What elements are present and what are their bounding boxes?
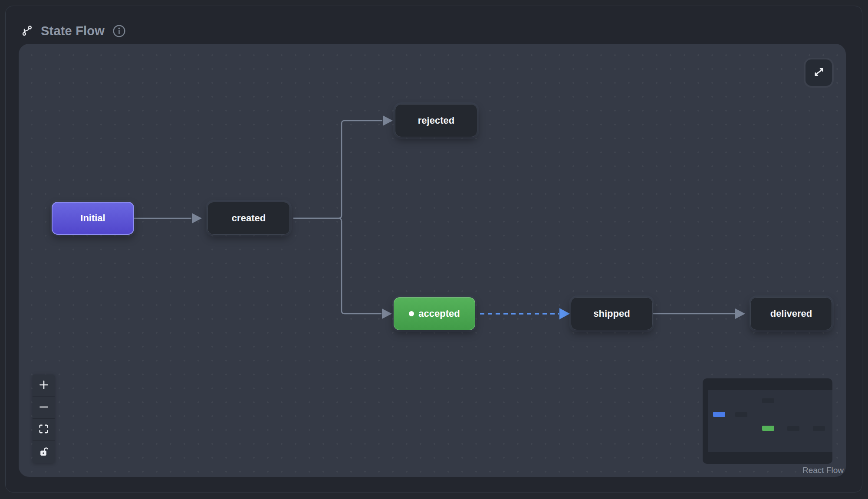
arrowhead-shipped-delivered bbox=[735, 309, 745, 319]
plus-icon bbox=[38, 379, 49, 392]
zoom-in-button[interactable] bbox=[33, 374, 55, 397]
edge-created-accepted[interactable] bbox=[293, 218, 381, 314]
expand-button[interactable] bbox=[806, 59, 832, 86]
fit-view-icon bbox=[38, 423, 49, 436]
info-icon[interactable] bbox=[112, 24, 126, 38]
node-label: Initial bbox=[80, 213, 105, 224]
zoom-out-button[interactable] bbox=[33, 397, 55, 419]
edge-created-rejected[interactable] bbox=[293, 121, 382, 218]
state-flow-card: State Flow bbox=[5, 6, 862, 492]
node-shipped[interactable]: shipped bbox=[571, 297, 653, 330]
arrowhead-initial-created bbox=[192, 213, 202, 223]
minimap-node-initial bbox=[713, 412, 725, 417]
node-accepted[interactable]: accepted bbox=[394, 297, 475, 330]
minimap-node-shipped bbox=[787, 426, 799, 431]
node-label: created bbox=[232, 213, 266, 224]
minus-icon bbox=[38, 401, 49, 414]
minimap[interactable] bbox=[703, 378, 832, 464]
arrowhead-created-accepted bbox=[382, 309, 392, 319]
minimap-node-accepted bbox=[762, 426, 774, 431]
node-label: rejected bbox=[418, 115, 454, 126]
arrowhead-created-rejected bbox=[383, 115, 393, 126]
node-label: delivered bbox=[770, 308, 812, 319]
interactivity-lock-button[interactable] bbox=[33, 441, 55, 463]
node-label: accepted bbox=[418, 308, 460, 319]
node-initial[interactable]: Initial bbox=[52, 202, 134, 235]
minimap-node-delivered bbox=[813, 426, 825, 431]
minimap-node-rejected bbox=[762, 398, 774, 403]
node-created[interactable]: created bbox=[207, 202, 290, 235]
git-branch-icon bbox=[21, 24, 33, 37]
fit-view-button[interactable] bbox=[33, 419, 55, 441]
state-flow-widget: State Flow bbox=[0, 0, 868, 499]
expand-icon bbox=[812, 66, 825, 80]
page-title: State Flow bbox=[41, 24, 105, 38]
node-label: shipped bbox=[593, 308, 630, 319]
node-delivered[interactable]: delivered bbox=[750, 297, 832, 330]
flow-controls bbox=[33, 374, 55, 463]
flow-canvas[interactable]: Initial created rejected accepted shippe… bbox=[19, 44, 846, 477]
card-header: State Flow bbox=[21, 21, 126, 41]
unlock-icon bbox=[38, 446, 49, 458]
minimap-node-created bbox=[735, 412, 747, 417]
status-dot bbox=[409, 311, 414, 316]
node-rejected[interactable]: rejected bbox=[395, 104, 477, 137]
arrowhead-accepted-shipped bbox=[559, 308, 570, 319]
react-flow-attribution[interactable]: React Flow bbox=[802, 466, 844, 475]
